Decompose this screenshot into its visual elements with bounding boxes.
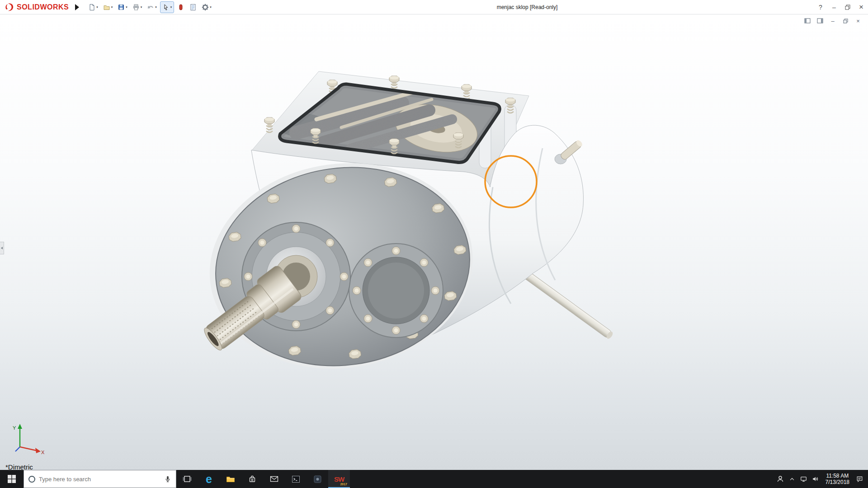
orientation-triad: Y X [10,422,46,458]
people-icon [776,475,784,483]
document-title: menjac sklop [Read-only] [497,0,558,14]
restore-button[interactable] [841,0,854,14]
caret-icon[interactable]: ▾ [126,5,127,9]
store-icon [248,475,256,483]
new-document-button[interactable]: ▾ [86,1,100,13]
restore-icon [845,5,850,10]
file-explorer-icon [226,475,235,483]
undo-button[interactable]: ▾ [145,1,159,13]
edge-button[interactable]: e [198,470,220,488]
save-icon [118,4,125,11]
red-capsule-icon [177,4,184,11]
command-prompt-button[interactable] [285,470,307,488]
caret-icon[interactable]: ▾ [111,5,113,9]
gearbox-model-canvas[interactable] [0,14,868,470]
brand-text: SOLIDWORKS [17,3,69,11]
clock-time: 11:58 AM [826,473,849,479]
window-controls: ? – × [814,0,868,14]
minimize-button[interactable]: – [827,0,841,14]
caret-icon[interactable]: ▾ [96,5,98,9]
clock-date: 7/13/2018 [826,479,849,485]
toolbar-flyout-button[interactable] [75,4,79,10]
mail-icon [270,475,278,483]
open-button[interactable]: ▾ [101,1,115,13]
caret-icon[interactable]: ▾ [170,5,172,9]
gearbox-model[interactable] [196,71,614,385]
doc-minimize-button[interactable]: – [829,17,836,24]
x-axis-label: X [41,450,45,455]
caret-icon[interactable]: ▾ [155,5,157,9]
solidworks-year-badge: 2017 [340,483,347,486]
document-window-controls: – × [804,17,862,24]
print-icon [132,4,140,11]
chevron-up-icon [789,476,795,482]
action-center-button[interactable] [854,470,865,488]
x-axis-arrow [35,448,41,453]
print-button[interactable]: ▾ [131,1,144,13]
caret-icon[interactable]: ▾ [141,5,142,9]
edge-icon: e [206,474,212,485]
app-button[interactable] [307,470,328,488]
caret-icon[interactable]: ▾ [210,5,212,9]
graphics-area[interactable]: – × [0,14,868,470]
ds-logo-icon [5,2,14,12]
output-shaft [517,266,614,340]
mail-button[interactable] [263,470,285,488]
y-axis-label: Y [13,425,16,431]
y-axis-arrow [18,424,22,429]
people-button[interactable] [774,470,786,488]
solidworks-window: SOLIDWORKS ▾ ▾ ▾ [0,0,868,488]
doc-close-button[interactable]: × [854,17,862,24]
search-input[interactable] [39,476,160,483]
help-button[interactable]: ? [814,0,827,14]
windows-logo-icon [8,475,16,483]
quick-access-toolbar: ▾ ▾ ▾ ▾ [86,1,213,13]
titlebar: SOLIDWORKS ▾ ▾ ▾ [0,0,868,14]
gear-icon [202,4,209,11]
report-button[interactable] [188,1,198,13]
solidworks-logo: SOLIDWORKS [0,2,69,12]
tray-overflow-button[interactable] [786,470,798,488]
close-button[interactable]: × [854,0,868,14]
pane-right-icon[interactable] [816,17,824,24]
clock[interactable]: 11:58 AM 7/13/2018 [821,473,854,485]
pane-left-icon[interactable] [804,17,811,24]
volume-button[interactable] [810,470,821,488]
panel-collapse-tab[interactable] [0,242,4,254]
doc-restore-button[interactable] [842,17,849,24]
network-icon [800,475,807,483]
file-explorer-button[interactable] [220,470,241,488]
new-document-icon [88,4,95,11]
solidworks-app-button[interactable]: SW 2017 [328,470,350,488]
appearance-button[interactable] [175,1,186,13]
speaker-icon [811,475,819,483]
task-view-icon [183,474,192,483]
app-icon [313,475,322,483]
options-button[interactable]: ▾ [200,1,213,13]
network-button[interactable] [798,470,810,488]
cortana-icon[interactable] [28,476,35,483]
bearing-cover [349,244,443,338]
open-folder-icon [103,4,110,11]
windows-taskbar: e [0,470,868,488]
solidworks-icon: SW [334,475,344,483]
start-button[interactable] [0,470,24,488]
taskbar-search[interactable] [24,470,176,488]
select-cursor-icon [162,4,170,11]
task-view-button[interactable] [176,470,198,488]
save-button[interactable]: ▾ [116,1,129,13]
select-tool-button[interactable]: ▾ [160,1,175,13]
report-icon [189,4,197,11]
system-tray: 11:58 AM 7/13/2018 [774,470,868,488]
command-prompt-icon [292,475,300,483]
undo-icon [147,4,154,11]
store-button[interactable] [241,470,263,488]
microphone-icon[interactable] [164,475,171,483]
z-axis-arrow [15,447,20,451]
action-center-icon [856,475,863,483]
